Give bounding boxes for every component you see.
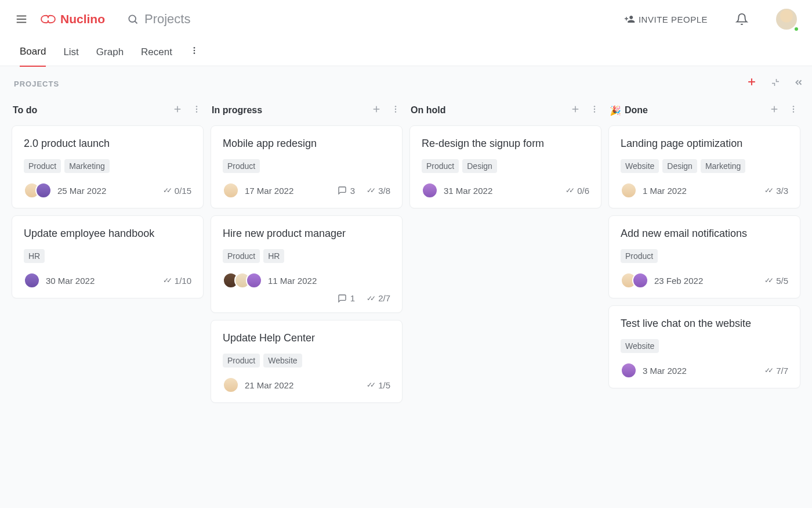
- card[interactable]: Landing page optimization WebsiteDesignM…: [608, 125, 800, 208]
- tag: Website: [263, 354, 302, 368]
- column-more-button[interactable]: [192, 105, 201, 117]
- profile-avatar[interactable]: [775, 8, 798, 31]
- card[interactable]: Test live chat on the website Website 3 …: [608, 305, 800, 388]
- svg-point-18: [395, 108, 396, 109]
- card-tags: Website: [621, 339, 788, 353]
- card-footer-left: 1 Mar 2022: [621, 182, 687, 199]
- card-title: Update employee handbook: [24, 228, 191, 240]
- more-vert-icon: [391, 105, 400, 114]
- card-footer-right: ✓✓ 1/10: [163, 276, 191, 286]
- tab-graph[interactable]: Graph: [96, 38, 124, 66]
- card-footer: 30 Mar 2022 ✓✓ 1/10: [24, 272, 191, 289]
- card-date: 30 Mar 2022: [46, 276, 95, 286]
- more-vert-icon: [789, 105, 798, 114]
- check-icon: ✓✓: [367, 294, 374, 302]
- card-footer: 17 Mar 2022 3 ✓✓ 3/8: [223, 182, 390, 199]
- cards-list: Mobile app redesign Product 17 Mar 2022 …: [211, 125, 403, 403]
- card[interactable]: Add new email notifications Product 23 F…: [608, 215, 800, 298]
- add-column-button[interactable]: [746, 76, 757, 91]
- svg-point-24: [594, 111, 595, 112]
- card-footer-right: ✓✓ 0/6: [566, 186, 589, 196]
- avatar-stack: [422, 182, 438, 199]
- tag: HR: [263, 249, 284, 263]
- checklist-progress: ✓✓ 3/8: [367, 186, 390, 196]
- column-actions: [172, 104, 201, 117]
- tag: HR: [24, 249, 45, 263]
- avatar-stack: [621, 272, 648, 289]
- check-icon: ✓✓: [764, 186, 771, 194]
- invite-label: INVITE PEOPLE: [639, 15, 708, 24]
- column-title: In progress: [212, 105, 262, 116]
- avatar-stack: [223, 182, 239, 199]
- logo[interactable]: Nuclino: [39, 12, 105, 26]
- brain-icon: [39, 12, 57, 26]
- card-footer-left: 3 Mar 2022: [621, 362, 687, 379]
- card-footer-right: ✓✓ 0/15: [163, 186, 191, 196]
- app-name: Nuclino: [60, 12, 105, 26]
- hide-panel-button[interactable]: [793, 77, 804, 90]
- tab-recent[interactable]: Recent: [141, 38, 172, 66]
- tag: Product: [621, 249, 658, 263]
- svg-point-6: [194, 50, 195, 52]
- card-tags: Product: [223, 159, 390, 173]
- more-vert-icon: [192, 105, 201, 114]
- tab-label: Graph: [96, 46, 124, 57]
- card-footer-left: 31 Mar 2022: [422, 182, 492, 199]
- avatar-stack: [24, 272, 40, 289]
- column-title: 🎉 Done: [610, 105, 648, 116]
- check-icon: ✓✓: [566, 186, 572, 194]
- tag: Website: [621, 159, 659, 173]
- svg-point-5: [194, 47, 195, 49]
- topbar: Nuclino Projects INVITE PEOPLE: [0, 0, 812, 38]
- collapse-button[interactable]: [770, 77, 781, 90]
- avatar-icon: [632, 272, 648, 289]
- card-footer: 3 Mar 2022 ✓✓ 7/7: [621, 362, 788, 379]
- menu-button[interactable]: [14, 12, 29, 27]
- check-icon: ✓✓: [764, 276, 771, 284]
- column-more-button[interactable]: [789, 105, 798, 117]
- tab-board[interactable]: Board: [20, 38, 46, 67]
- card-footer-left: 23 Feb 2022: [621, 272, 703, 289]
- invite-button[interactable]: INVITE PEOPLE: [625, 14, 708, 24]
- svg-point-29: [793, 111, 794, 112]
- tab-more-button[interactable]: [190, 46, 199, 58]
- tag: Product: [223, 249, 260, 263]
- check-icon: ✓✓: [764, 366, 771, 374]
- add-card-button[interactable]: [769, 104, 780, 117]
- checklist-progress: ✓✓ 3/3: [764, 186, 788, 196]
- column-more-button[interactable]: [391, 105, 400, 117]
- add-card-button[interactable]: [371, 104, 382, 117]
- card[interactable]: 2.0 product launch ProductMarketing 25 M…: [12, 125, 204, 208]
- column-more-button[interactable]: [590, 105, 599, 117]
- add-card-button[interactable]: [570, 104, 581, 117]
- add-card-button[interactable]: [172, 104, 183, 117]
- column-title-text: On hold: [411, 105, 445, 116]
- svg-point-22: [594, 106, 595, 107]
- card-tags: ProductWebsite: [223, 354, 390, 368]
- svg-line-4: [135, 21, 137, 24]
- card-footer-left: 21 Mar 2022: [223, 377, 293, 393]
- column-done: 🎉 Done Landing page optimization Website…: [608, 101, 800, 388]
- column-header: In progress: [211, 101, 403, 125]
- card[interactable]: Update employee handbook HR 30 Mar 2022 …: [12, 215, 204, 298]
- card[interactable]: Mobile app redesign Product 17 Mar 2022 …: [211, 125, 403, 208]
- plus-icon: [371, 104, 382, 114]
- card-title: Test live chat on the website: [621, 318, 788, 330]
- tab-list[interactable]: List: [63, 38, 78, 66]
- card-date: 25 Mar 2022: [57, 186, 106, 196]
- card-footer-left: 11 Mar 2022: [223, 272, 317, 289]
- card[interactable]: Update Help Center ProductWebsite 21 Mar…: [211, 320, 403, 403]
- card-title: Re-design the signup form: [422, 138, 589, 150]
- column-header: On hold: [409, 101, 601, 125]
- card-footer: 1 Mar 2022 ✓✓ 3/3: [621, 182, 788, 199]
- notifications-button[interactable]: [734, 12, 749, 27]
- column-title-text: Done: [625, 105, 648, 116]
- card[interactable]: Hire new product manager ProductHR 11 Ma…: [211, 215, 403, 313]
- card[interactable]: Re-design the signup form ProductDesign …: [409, 125, 601, 208]
- checklist-progress: ✓✓ 7/7: [764, 366, 788, 376]
- card-tags: Product: [621, 249, 788, 263]
- svg-point-14: [196, 111, 197, 112]
- checklist-progress: ✓✓ 2/7: [367, 293, 390, 303]
- card-footer-left: 25 Mar 2022: [24, 182, 106, 199]
- search[interactable]: Projects: [127, 12, 190, 27]
